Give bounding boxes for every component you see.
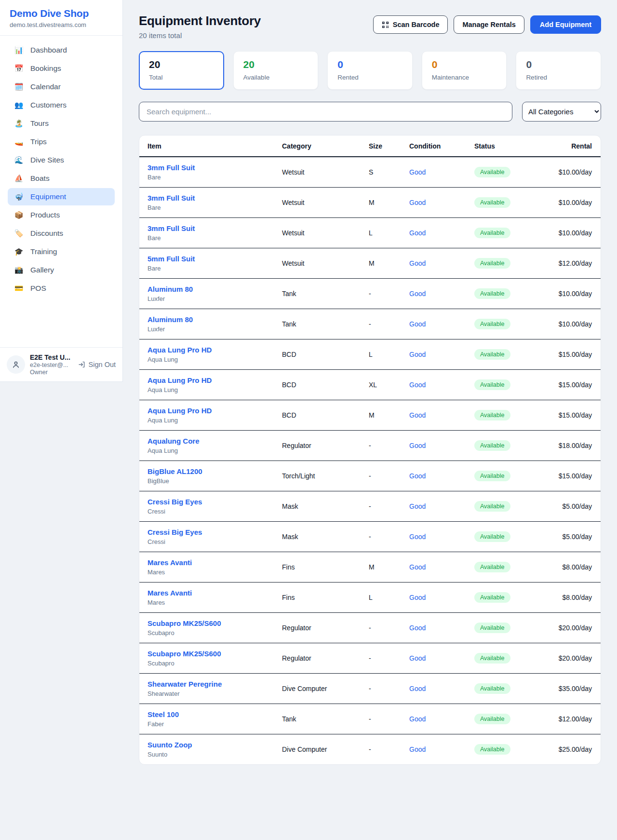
- condition-link[interactable]: Good: [409, 290, 426, 298]
- status-badge: Available: [474, 562, 510, 572]
- cell-item: Mares AvantiMares: [139, 552, 282, 583]
- item-name-link[interactable]: Scubapro MK25/S600: [148, 619, 282, 627]
- item-name-link[interactable]: Aqualung Core: [148, 437, 282, 445]
- cell-size: M: [369, 248, 409, 279]
- sidebar-item-customers[interactable]: 👥Customers: [8, 96, 115, 114]
- item-name-link[interactable]: Steel 100: [148, 710, 282, 718]
- item-name-link[interactable]: 3mm Full Suit: [148, 194, 282, 202]
- condition-link[interactable]: Good: [409, 199, 426, 206]
- condition-link[interactable]: Good: [409, 533, 426, 541]
- equipment-table: ItemCategorySizeConditionStatusRental 3m…: [139, 135, 601, 764]
- cell-size: -: [369, 491, 409, 522]
- item-name-link[interactable]: Cressi Big Eyes: [148, 498, 282, 506]
- cell-size: -: [369, 522, 409, 552]
- cell-rental: $12.00/day: [549, 704, 601, 734]
- stat-card-available[interactable]: 20Available: [233, 51, 319, 90]
- bar-chart-icon: 📊: [13, 46, 24, 54]
- condition-link[interactable]: Good: [409, 654, 426, 662]
- condition-link[interactable]: Good: [409, 594, 426, 601]
- sign-out-button[interactable]: Sign Out: [78, 361, 116, 368]
- item-name-link[interactable]: Mares Avanti: [148, 558, 282, 567]
- cell-item: Mares AvantiMares: [139, 583, 282, 613]
- sidebar-item-discounts[interactable]: 🏷️Discounts: [8, 225, 115, 242]
- condition-link[interactable]: Good: [409, 229, 426, 237]
- status-badge: Available: [474, 623, 510, 633]
- condition-link[interactable]: Good: [409, 320, 426, 328]
- category-select[interactable]: All Categories: [522, 102, 601, 122]
- sidebar-item-products[interactable]: 📦Products: [8, 206, 115, 224]
- sidebar-item-equipment[interactable]: 🤿Equipment: [8, 188, 115, 205]
- items-total-subtitle: 20 items total: [139, 31, 261, 40]
- status-badge: Available: [474, 197, 510, 208]
- item-name-link[interactable]: Mares Avanti: [148, 589, 282, 597]
- condition-link[interactable]: Good: [409, 715, 426, 723]
- cell-item: 3mm Full SuitBare: [139, 157, 282, 188]
- cell-size: -: [369, 431, 409, 461]
- sidebar-item-boats[interactable]: ⛵Boats: [8, 170, 115, 187]
- condition-link[interactable]: Good: [409, 624, 426, 632]
- sidebar-item-gallery[interactable]: 📸Gallery: [8, 261, 115, 279]
- item-name-link[interactable]: Shearwater Peregrine: [148, 680, 282, 688]
- item-name-link[interactable]: Aqua Lung Pro HD: [148, 346, 282, 354]
- sidebar-item-dashboard[interactable]: 📊Dashboard: [8, 41, 115, 59]
- condition-link[interactable]: Good: [409, 563, 426, 571]
- sidebar-item-tours[interactable]: 🏝️Tours: [8, 115, 115, 132]
- stat-card-total[interactable]: 20Total: [139, 51, 224, 90]
- sidebar-item-training[interactable]: 🎓Training: [8, 243, 115, 260]
- cell-condition: Good: [409, 583, 474, 613]
- stats-row: 20Total20Available0Rented0Maintenance0Re…: [139, 51, 601, 90]
- sidebar-item-calendar[interactable]: 🗓️Calendar: [8, 78, 115, 95]
- sidebar-item-trips[interactable]: 🚤Trips: [8, 133, 115, 150]
- cell-condition: Good: [409, 431, 474, 461]
- item-name-link[interactable]: Aqua Lung Pro HD: [148, 376, 282, 384]
- condition-link[interactable]: Good: [409, 442, 426, 449]
- sidebar-item-dive-sites[interactable]: 🌊Dive Sites: [8, 151, 115, 169]
- condition-link[interactable]: Good: [409, 168, 426, 176]
- item-name-link[interactable]: 5mm Full Suit: [148, 255, 282, 263]
- sidebar-item-bookings[interactable]: 📅Bookings: [8, 60, 115, 77]
- item-name-link[interactable]: BigBlue AL1200: [148, 467, 282, 475]
- item-name-link[interactable]: 3mm Full Suit: [148, 224, 282, 232]
- stat-card-rented[interactable]: 0Rented: [327, 51, 413, 90]
- manage-rentals-button[interactable]: Manage Rentals: [454, 15, 524, 34]
- cell-item: Aqua Lung Pro HDAqua Lung: [139, 370, 282, 400]
- item-name-link[interactable]: Aluminum 80: [148, 285, 282, 293]
- cell-rental: $10.00/day: [549, 279, 601, 309]
- cell-condition: Good: [409, 522, 474, 552]
- stat-card-retired[interactable]: 0Retired: [516, 51, 601, 90]
- condition-link[interactable]: Good: [409, 745, 426, 753]
- cell-rental: $35.00/day: [549, 674, 601, 704]
- scan-barcode-button[interactable]: Scan Barcode: [373, 15, 448, 34]
- item-name-link[interactable]: Aluminum 80: [148, 315, 282, 324]
- sidebar-item-pos[interactable]: 💳POS: [8, 280, 115, 297]
- status-badge: Available: [474, 167, 510, 177]
- cell-condition: Good: [409, 309, 474, 339]
- column-header-category: Category: [282, 135, 369, 157]
- condition-link[interactable]: Good: [409, 685, 426, 692]
- condition-link[interactable]: Good: [409, 381, 426, 389]
- condition-link[interactable]: Good: [409, 502, 426, 510]
- search-input[interactable]: [139, 102, 512, 122]
- condition-link[interactable]: Good: [409, 411, 426, 419]
- item-name-link[interactable]: 3mm Full Suit: [148, 163, 282, 172]
- user-meta: E2E Test U... e2e-tester@... Owner: [30, 353, 73, 376]
- item-name-link[interactable]: Suunto Zoop: [148, 741, 282, 749]
- condition-link[interactable]: Good: [409, 351, 426, 358]
- status-badge: Available: [474, 471, 510, 481]
- cell-status: Available: [474, 248, 549, 279]
- item-brand: Cressi: [148, 508, 282, 515]
- add-equipment-button[interactable]: Add Equipment: [530, 15, 601, 34]
- stat-card-maintenance[interactable]: 0Maintenance: [422, 51, 507, 90]
- item-name-link[interactable]: Cressi Big Eyes: [148, 528, 282, 536]
- cell-item: 3mm Full SuitBare: [139, 218, 282, 248]
- cell-category: BCD: [282, 400, 369, 431]
- cell-status: Available: [474, 218, 549, 248]
- item-name-link[interactable]: Aqua Lung Pro HD: [148, 406, 282, 415]
- condition-link[interactable]: Good: [409, 472, 426, 480]
- table-header: ItemCategorySizeConditionStatusRental: [139, 135, 601, 157]
- condition-link[interactable]: Good: [409, 259, 426, 267]
- table-row: Scubapro MK25/S600ScubaproRegulator-Good…: [139, 613, 601, 643]
- column-header-size: Size: [369, 135, 409, 157]
- brand-title[interactable]: Demo Dive Shop: [10, 8, 113, 19]
- item-name-link[interactable]: Scubapro MK25/S600: [148, 650, 282, 658]
